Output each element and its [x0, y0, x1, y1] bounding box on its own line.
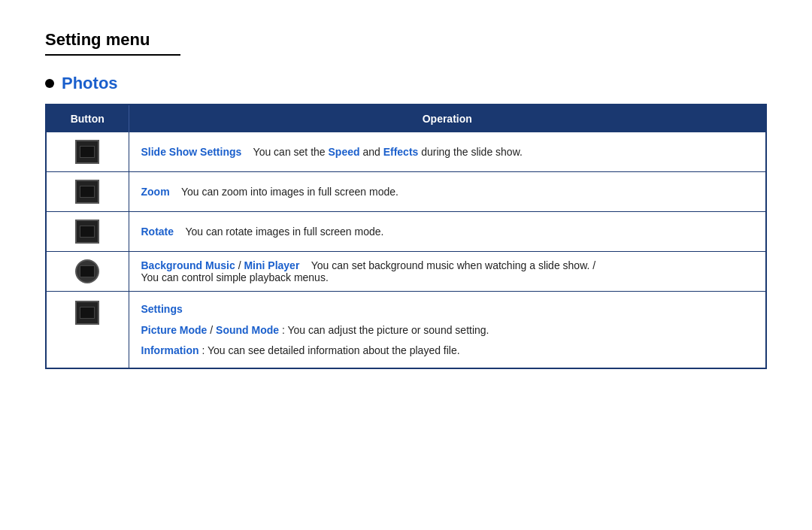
effects-link: Effects [383, 146, 419, 158]
picture-mode-link: Picture Mode [141, 324, 208, 336]
col-operation-header: Operation [129, 104, 766, 132]
section-title: Photos [62, 74, 118, 93]
button-cell-rotate [46, 212, 129, 252]
rotate-label: Rotate [141, 226, 174, 238]
background-music-button-icon [75, 259, 99, 283]
settings-table: Button Operation Slide Show Settings You… [45, 104, 767, 369]
information-link: Information [141, 344, 199, 356]
speed-link: Speed [329, 146, 360, 158]
mini-player-label: Mini Player [244, 259, 299, 271]
button-cell-slide-show [46, 132, 129, 172]
table-row: Settings Picture Mode / Sound Mode : You… [46, 292, 766, 369]
table-row: Zoom You can zoom into images in full sc… [46, 172, 766, 212]
title-divider [45, 54, 180, 56]
zoom-label: Zoom [141, 186, 170, 198]
operation-cell-rotate: Rotate You can rotate images in full scr… [129, 212, 766, 252]
operation-cell-zoom: Zoom You can zoom into images in full sc… [129, 172, 766, 212]
table-row: Rotate You can rotate images in full scr… [46, 212, 766, 252]
col-button-header: Button [46, 104, 129, 132]
slide-show-label: Slide Show Settings [141, 146, 242, 158]
zoom-button-icon [75, 180, 99, 204]
rotate-button-icon [75, 220, 99, 244]
bullet-icon [45, 79, 54, 88]
table-row: Background Music / Mini Player You can s… [46, 252, 766, 292]
page-title: Setting menu [45, 30, 767, 50]
slide-show-button-icon [75, 140, 99, 164]
button-cell-settings [46, 292, 129, 369]
button-cell-zoom [46, 172, 129, 212]
zoom-description: You can zoom into images in full screen … [181, 186, 398, 198]
button-cell-background-music [46, 252, 129, 292]
table-header-row: Button Operation [46, 104, 766, 132]
section-header: Photos [45, 74, 767, 93]
table-row: Slide Show Settings You can set the Spee… [46, 132, 766, 172]
settings-button-icon [75, 301, 99, 325]
sound-mode-link: Sound Mode [216, 324, 279, 336]
settings-label: Settings [141, 303, 183, 315]
background-music-label: Background Music [141, 259, 235, 271]
operation-cell-background-music: Background Music / Mini Player You can s… [129, 252, 766, 292]
rotate-description: You can rotate images in full screen mod… [185, 226, 383, 238]
operation-cell-settings: Settings Picture Mode / Sound Mode : You… [129, 292, 766, 369]
picture-mode-description: Picture Mode / Sound Mode : You can adju… [141, 322, 754, 338]
information-description: Information : You can see detailed infor… [141, 342, 754, 359]
operation-cell-slide-show: Slide Show Settings You can set the Spee… [129, 132, 766, 172]
